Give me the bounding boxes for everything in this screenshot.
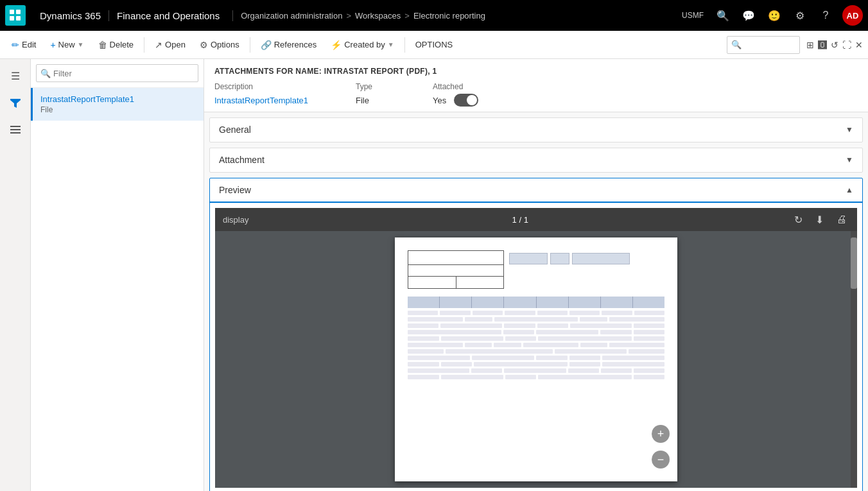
delete-button[interactable]: 🗑 Delete <box>92 35 141 55</box>
pdf-cell <box>473 311 503 315</box>
references-button[interactable]: 🔗 References <box>254 35 323 55</box>
filter-icon: ⚡ <box>331 40 342 50</box>
pdf-table-header-row <box>408 297 664 308</box>
feedback-icon-btn[interactable]: 🙂 <box>765 6 783 24</box>
edit-button[interactable]: ✏ Edit <box>5 35 42 55</box>
toolbar-search-input[interactable] <box>744 40 795 49</box>
pdf-zoom-minus-btn[interactable]: − <box>652 451 670 469</box>
pdf-cell <box>472 356 534 360</box>
pdf-cell <box>570 323 632 328</box>
breadcrumb-org[interactable]: Organization administration <box>241 11 342 21</box>
pdf-cell <box>505 311 535 315</box>
breadcrumb-sep1: > <box>346 11 351 21</box>
pdf-cell <box>474 362 568 366</box>
list-item-type: File <box>40 105 196 114</box>
pdf-row-3 <box>408 277 503 288</box>
new-dropdown-arrow: ▼ <box>78 41 84 48</box>
col-header-description: Description <box>214 82 356 94</box>
pdf-cell <box>505 336 537 341</box>
hamburger-menu-icon[interactable]: ☰ <box>4 64 27 87</box>
breadcrumb-sep2: > <box>404 11 410 21</box>
nav-sidebar-icon[interactable] <box>4 118 27 141</box>
col-header-attached: Attached <box>433 82 858 94</box>
pdf-cell <box>602 362 664 366</box>
office-icon[interactable]: 🅾 <box>818 40 827 50</box>
pdf-th-7 <box>601 297 633 308</box>
attach-description-link[interactable]: IntrastatReportTemplate1 <box>214 96 308 105</box>
attachment-section-header[interactable]: Attachment ▼ <box>210 148 862 172</box>
pdf-cell <box>602 311 632 315</box>
pdf-cell <box>504 323 535 328</box>
pdf-data-row-4 <box>408 330 664 334</box>
preview-section-header[interactable]: Preview ▲ <box>210 178 862 203</box>
pdf-row-1 <box>408 251 503 265</box>
breadcrumb-reporting[interactable]: Electronic reporting <box>413 11 485 21</box>
pdf-th-2 <box>440 297 472 308</box>
pdf-zoom-plus-btn[interactable]: + <box>652 425 670 443</box>
pdf-print-btn[interactable]: 🖨 <box>834 212 849 227</box>
pdf-download-btn[interactable]: ⬇ <box>813 212 826 227</box>
options-button[interactable]: ⚙ Options <box>193 35 246 55</box>
pdf-cell <box>569 356 601 360</box>
pdf-cell <box>538 336 632 341</box>
attach-attached-label: Yes <box>433 96 446 105</box>
svg-rect-4 <box>10 126 21 127</box>
pdf-cell <box>569 362 601 366</box>
scrollbar-thumb[interactable] <box>851 237 857 289</box>
top-navigation: Dynamics 365 Finance and Operations Orga… <box>0 0 868 31</box>
pdf-cell <box>441 336 503 341</box>
refresh-icon[interactable]: ↺ <box>831 40 838 50</box>
pdf-cell <box>408 317 463 322</box>
pdf-cell <box>494 317 577 322</box>
usmf-label: USMF <box>682 11 704 20</box>
general-section-header[interactable]: General ▼ <box>210 118 862 142</box>
attach-toggle[interactable] <box>454 94 478 107</box>
app-grid-icon[interactable] <box>5 5 26 26</box>
attachment-section: Attachment ▼ <box>209 148 863 173</box>
filter-sidebar-icon[interactable] <box>4 91 27 114</box>
pdf-th-6 <box>569 297 601 308</box>
settings-icon-btn[interactable]: ⚙ <box>791 6 809 24</box>
pdf-cell <box>609 343 664 347</box>
attach-table-headers: Description Type Attached <box>214 82 858 94</box>
new-button[interactable]: + New ▼ <box>44 35 90 55</box>
attachment-chevron-icon: ▼ <box>846 155 853 164</box>
svg-rect-5 <box>10 129 21 130</box>
created-by-dropdown: ▼ <box>388 41 394 48</box>
preview-chevron-icon: ▲ <box>846 185 853 194</box>
expand-icon[interactable]: ⛶ <box>842 40 851 50</box>
attachments-title: ATTACHMENTS FOR NAME: INTRASTAT REPORT (… <box>214 67 858 76</box>
open-button[interactable]: ↗ Open <box>148 35 192 55</box>
pdf-data-rows <box>408 311 664 379</box>
layout-icon[interactable]: ⊞ <box>806 40 814 50</box>
pdf-cell <box>471 368 502 373</box>
search-icon-btn[interactable]: 🔍 <box>714 6 732 24</box>
list-filter: 🔍 <box>31 59 204 88</box>
col-header-type: Type <box>356 82 433 94</box>
options2-button[interactable]: OPTIONS <box>409 35 460 55</box>
pdf-data-row-7 <box>408 349 664 354</box>
chat-icon-btn[interactable]: 💬 <box>740 6 758 24</box>
pdf-cell <box>408 368 469 373</box>
help-icon-btn[interactable]: ? <box>817 6 835 24</box>
filter-icon: 🔍 <box>40 69 51 78</box>
breadcrumb: Organization administration > Workspaces… <box>241 11 682 21</box>
general-section-label: General <box>219 125 251 135</box>
pdf-cell <box>408 356 470 360</box>
pdf-cell <box>408 323 438 328</box>
created-by-button[interactable]: ⚡ Created by ▼ <box>324 35 401 55</box>
svg-rect-2 <box>10 16 14 21</box>
toolbar-search-icon: 🔍 <box>731 40 742 49</box>
breadcrumb-workspaces[interactable]: Workspaces <box>355 11 401 21</box>
pdf-cell <box>580 343 608 347</box>
filter-input[interactable] <box>53 69 194 78</box>
pdf-cell <box>629 349 664 354</box>
general-section: General ▼ <box>209 117 863 142</box>
avatar[interactable]: AD <box>842 5 863 26</box>
scrollbar-track[interactable] <box>851 231 857 488</box>
attachments-header: ATTACHMENTS FOR NAME: INTRASTAT REPORT (… <box>204 59 868 112</box>
list-item[interactable]: IntrastatReportTemplate1 File <box>31 88 204 121</box>
pdf-cell <box>503 330 535 334</box>
close-icon[interactable]: ✕ <box>855 40 863 50</box>
pdf-refresh-btn[interactable]: ↻ <box>792 212 805 227</box>
